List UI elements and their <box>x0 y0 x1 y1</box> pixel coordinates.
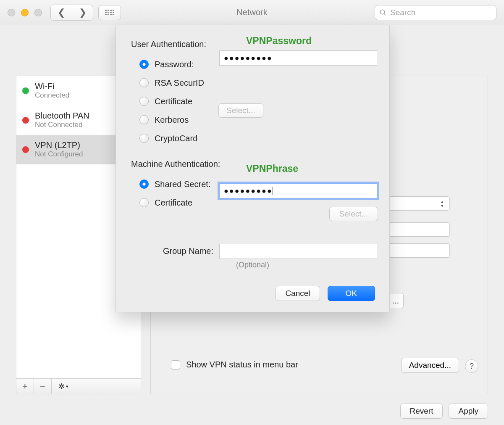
footer-buttons: Revert Apply <box>400 404 488 419</box>
user-auth-certificate-label: Certificate <box>155 97 192 106</box>
close-window-icon[interactable] <box>8 9 15 16</box>
sidebar-item-label: Bluetooth PAN <box>35 111 89 121</box>
user-auth-cryptocard-radio[interactable] <box>139 134 149 143</box>
password-input[interactable]: ●●●●●●●●● <box>219 50 377 66</box>
group-name-hint: (Optional) <box>116 261 389 269</box>
revert-button[interactable]: Revert <box>400 404 443 419</box>
auth-settings-sheet: VPNPassword VPNPhrase User Authenticatio… <box>116 25 390 312</box>
user-auth-rsa-label: RSA SecurID <box>155 78 204 88</box>
grid-icon <box>105 10 114 16</box>
user-auth-password-label: Password: <box>155 60 194 69</box>
status-dot-icon <box>22 87 29 94</box>
user-auth-kerberos-label: Kerberos <box>155 115 189 125</box>
window-title: Network <box>236 8 267 17</box>
advanced-button[interactable]: Advanced... <box>401 358 459 373</box>
sidebar-item-label: Wi-Fi <box>35 82 69 91</box>
auth-settings-button[interactable]: ... <box>388 293 404 308</box>
annotation-vpn-phrase: VPNPhrase <box>246 163 298 174</box>
machine-auth-certificate-radio[interactable] <box>139 198 149 207</box>
user-auth-certificate-radio[interactable] <box>139 97 149 106</box>
window-controls <box>8 9 42 16</box>
apply-button[interactable]: Apply <box>449 404 488 419</box>
window-body: Wi-Fi Connected Bluetooth PAN Not Connec… <box>0 25 504 425</box>
gear-icon: ✲ <box>58 382 65 391</box>
status-dot-icon <box>22 117 29 124</box>
shared-secret-input[interactable]: ●●●●●●●●● <box>219 183 377 198</box>
machine-auth-certificate-label: Certificate <box>155 198 192 208</box>
cancel-button[interactable]: Cancel <box>276 286 320 301</box>
sidebar-item-status: Not Configured <box>35 150 83 158</box>
ok-button[interactable]: OK <box>328 286 375 301</box>
nav-back-forward: ❮ ❯ <box>50 5 93 21</box>
svg-line-1 <box>384 13 386 15</box>
sidebar-actions-menu[interactable]: ✲▾ <box>52 379 75 394</box>
show-all-button[interactable] <box>98 5 121 20</box>
annotation-vpn-password: VPNPassword <box>246 35 312 47</box>
nav-forward-button[interactable]: ❯ <box>72 5 93 20</box>
machine-cert-select-button[interactable]: Select... <box>329 207 378 221</box>
add-interface-button[interactable]: + <box>16 379 34 394</box>
group-name-label: Group Name: <box>163 246 213 256</box>
machine-auth-shared-secret-radio[interactable] <box>139 180 149 189</box>
machine-auth-shared-secret-label: Shared Secret: <box>155 180 210 189</box>
stepper-arrows-icon: ▴▾ <box>438 198 446 209</box>
sidebar-action-strip: + − ✲▾ <box>16 378 141 394</box>
group-name-input[interactable] <box>219 244 377 259</box>
text-caret-icon <box>273 187 273 195</box>
search-field-wrap[interactable] <box>375 5 496 20</box>
user-auth-rsa-radio[interactable] <box>139 78 149 87</box>
search-input[interactable] <box>389 8 492 18</box>
show-vpn-menubar-label: Show VPN status in menu bar <box>186 360 298 370</box>
user-auth-kerberos-radio[interactable] <box>139 115 149 124</box>
sidebar-item-label: VPN (L2TP) <box>35 140 83 150</box>
user-auth-cryptocard-label: CryptoCard <box>155 134 197 143</box>
remove-interface-button[interactable]: − <box>34 379 52 394</box>
nav-back-button[interactable]: ❮ <box>51 5 72 20</box>
sidebar-item-status: Not Connected <box>35 121 89 129</box>
status-dot-icon <box>22 146 29 153</box>
chevron-down-icon: ▾ <box>66 384 68 389</box>
minimize-window-icon[interactable] <box>21 9 29 16</box>
svg-point-0 <box>380 10 385 14</box>
user-auth-password-radio[interactable] <box>139 60 149 69</box>
sidebar-item-status: Connected <box>35 91 69 100</box>
user-cert-select-button[interactable]: Select... <box>218 103 263 118</box>
zoom-window-icon[interactable] <box>34 9 42 16</box>
search-icon <box>379 9 387 16</box>
titlebar: ❮ ❯ Network <box>0 0 504 25</box>
show-vpn-menubar-checkbox[interactable] <box>171 360 180 370</box>
help-button[interactable]: ? <box>465 359 478 373</box>
